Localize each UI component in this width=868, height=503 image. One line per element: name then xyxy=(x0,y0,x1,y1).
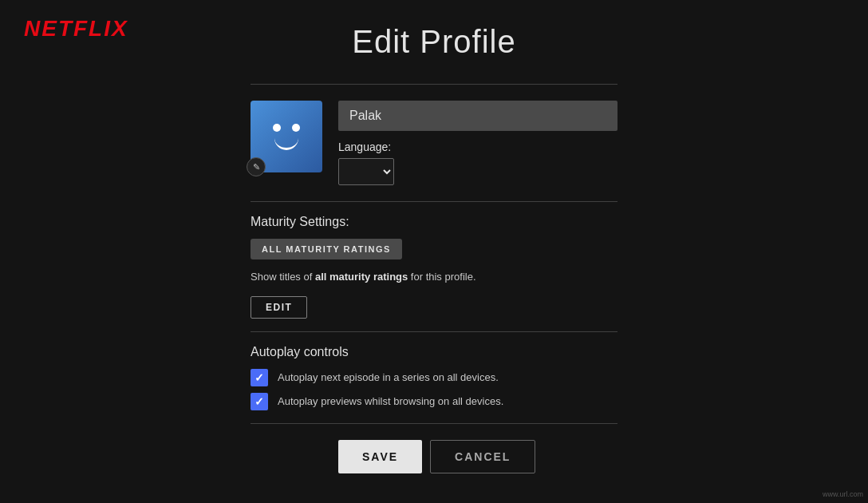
netflix-logo: NETFLIX xyxy=(24,16,128,42)
autoplay-checkbox-1[interactable]: ✓ xyxy=(251,369,268,386)
checkmark-icon-2: ✓ xyxy=(254,395,264,408)
page-title: Edit Profile xyxy=(352,24,515,60)
autoplay-controls-section: Autoplay controls ✓ Autoplay next episod… xyxy=(251,345,617,410)
language-select[interactable] xyxy=(338,158,394,185)
pencil-icon: ✎ xyxy=(253,162,260,172)
maturity-settings-title: Maturity Settings: xyxy=(251,215,617,229)
maturity-rating-badge: ALL MATURITY RATINGS xyxy=(251,239,402,259)
profile-section: ✎ Language: xyxy=(251,101,617,185)
avatar-edit-icon[interactable]: ✎ xyxy=(247,157,266,176)
action-buttons: SAVE CANCEL xyxy=(338,440,617,473)
maturity-desc-bold: all maturity ratings xyxy=(315,271,408,283)
autoplay-label-2: Autoplay previews whilst browsing on all… xyxy=(278,395,503,407)
autoplay-checkbox-2[interactable]: ✓ xyxy=(251,393,268,410)
autoplay-title: Autoplay controls xyxy=(251,345,617,359)
avatar-eye-right xyxy=(292,124,300,132)
maturity-settings-section: Maturity Settings: ALL MATURITY RATINGS … xyxy=(251,215,617,319)
top-divider xyxy=(251,84,617,85)
avatar-eye-left xyxy=(273,124,281,132)
watermark: www.url.com xyxy=(823,490,863,498)
profile-name-input[interactable] xyxy=(338,101,617,131)
language-section: Language: xyxy=(338,141,617,185)
maturity-desc-prefix: Show titles of xyxy=(251,271,315,283)
bottom-divider xyxy=(251,423,617,424)
profile-fields: Language: xyxy=(338,101,617,185)
autoplay-row-1: ✓ Autoplay next episode in a series on a… xyxy=(251,369,617,386)
avatar-smile xyxy=(274,138,298,150)
avatar-face xyxy=(273,124,300,150)
avatar-container: ✎ xyxy=(251,101,322,172)
language-label: Language: xyxy=(338,141,617,153)
section-divider-1 xyxy=(251,201,617,202)
avatar-eyes xyxy=(273,124,300,132)
checkmark-icon-1: ✓ xyxy=(254,371,264,384)
main-container: Edit Profile ✎ xyxy=(0,0,868,473)
maturity-edit-button[interactable]: EDIT xyxy=(251,296,307,319)
cancel-button[interactable]: CANCEL xyxy=(430,440,535,473)
section-divider-2 xyxy=(251,331,617,332)
autoplay-row-2: ✓ Autoplay previews whilst browsing on a… xyxy=(251,393,617,410)
maturity-desc-suffix: for this profile. xyxy=(408,271,475,283)
maturity-description: Show titles of all maturity ratings for … xyxy=(251,269,617,285)
autoplay-label-1: Autoplay next episode in a series on all… xyxy=(278,371,499,383)
content-area: ✎ Language: Maturity Settings: ALL MATUR… xyxy=(251,84,617,473)
save-button[interactable]: SAVE xyxy=(338,440,422,473)
